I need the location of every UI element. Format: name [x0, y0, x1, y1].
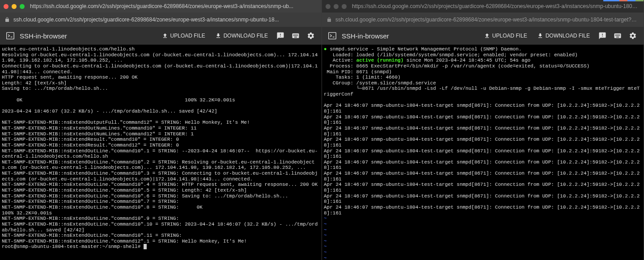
maximize-window-button[interactable]	[20, 4, 25, 9]
app-bar: SSH-in-browser UPLOAD FILE DOWNLOAD FILE	[322, 27, 644, 45]
terminal-output[interactable]: ucket.eu-central-1.linodeobjects.com/hel…	[0, 45, 322, 260]
lock-icon	[4, 17, 10, 22]
svg-rect-0	[7, 33, 14, 39]
send-feedback-icon[interactable]	[275, 30, 286, 41]
minimize-window-button[interactable]	[334, 4, 339, 9]
settings-icon[interactable]	[627, 30, 638, 41]
traffic-lights	[4, 4, 25, 9]
app-bar: SSH-in-browser UPLOAD FILE DOWNLOAD FILE	[0, 27, 322, 45]
keyboard-icon[interactable]	[612, 30, 623, 41]
upload-file-label: UPLOAD FILE	[492, 33, 527, 39]
download-file-button[interactable]: DOWNLOAD FILE	[534, 31, 593, 41]
url-bar: ssh.cloud.google.com/v2/ssh/projects/gua…	[322, 13, 644, 27]
upload-file-label: UPLOAD FILE	[170, 33, 205, 39]
lock-icon	[326, 17, 332, 22]
shell-icon	[327, 31, 337, 41]
traffic-lights	[326, 4, 347, 9]
left-pane: https://ssh.cloud.google.com/v2/ssh/proj…	[0, 0, 322, 260]
minimize-window-button[interactable]	[12, 4, 17, 9]
send-feedback-icon[interactable]	[597, 30, 608, 41]
upload-file-button[interactable]: UPLOAD FILE	[159, 31, 208, 41]
shell-icon	[5, 31, 15, 41]
right-pane: https://ssh.cloud.google.com/v2/ssh/proj…	[322, 0, 644, 260]
close-window-button[interactable]	[326, 4, 330, 9]
tab-title[interactable]: https://ssh.cloud.google.com/v2/ssh/proj…	[30, 3, 318, 9]
maximize-window-button[interactable]	[342, 4, 347, 9]
keyboard-icon[interactable]	[290, 30, 301, 41]
settings-icon[interactable]	[305, 30, 316, 41]
url-text[interactable]: ssh.cloud.google.com/v2/ssh/projects/gua…	[13, 17, 279, 23]
upload-file-button[interactable]: UPLOAD FILE	[481, 31, 530, 41]
svg-rect-1	[329, 33, 336, 39]
tab-bar: https://ssh.cloud.google.com/v2/ssh/proj…	[0, 0, 322, 13]
close-window-button[interactable]	[4, 4, 8, 9]
app-title: SSH-in-browser	[20, 32, 155, 40]
download-file-button[interactable]: DOWNLOAD FILE	[212, 31, 271, 41]
tab-bar: https://ssh.cloud.google.com/v2/ssh/proj…	[322, 0, 644, 13]
browser-accent-tabs	[603, 0, 644, 1]
app-title: SSH-in-browser	[342, 32, 477, 40]
url-text[interactable]: ssh.cloud.google.com/v2/ssh/projects/gua…	[335, 17, 639, 23]
tab-title[interactable]: https://ssh.cloud.google.com/v2/ssh/proj…	[352, 3, 640, 9]
url-bar: ssh.cloud.google.com/v2/ssh/projects/gua…	[0, 13, 322, 27]
terminal-output[interactable]: ● snmpd.service - Simple Network Managem…	[322, 45, 644, 260]
download-file-label: DOWNLOAD FILE	[224, 33, 268, 39]
download-file-label: DOWNLOAD FILE	[546, 33, 590, 39]
